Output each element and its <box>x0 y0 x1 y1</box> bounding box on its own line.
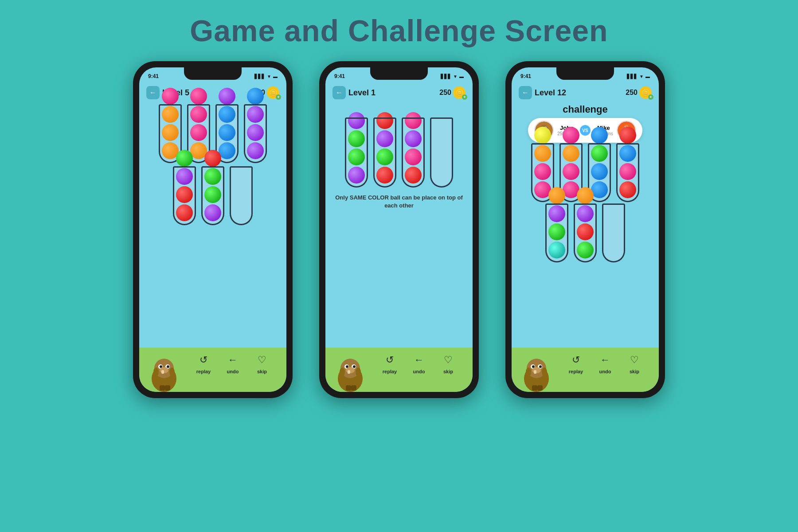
back-button-3[interactable]: ← Level 12 <box>519 86 566 99</box>
notch-3 <box>556 67 614 80</box>
action-skip-3[interactable]: ♡ skip <box>626 352 642 374</box>
ball <box>190 124 207 141</box>
skip-icon-3[interactable]: ♡ <box>626 352 642 368</box>
signal-icon-3: ▋▋▋ <box>627 74 638 79</box>
skip-label-1: skip <box>257 369 267 374</box>
coins-display-2: 250 🪙 + <box>439 86 466 99</box>
tube-2-2[interactable] <box>373 119 396 188</box>
ball <box>619 181 636 198</box>
action-skip-1[interactable]: ♡ skip <box>254 352 270 374</box>
svg-rect-9 <box>165 385 170 391</box>
tube-3-6[interactable] <box>574 205 597 262</box>
phone-1: 9:41 ▋▋▋ ▼ ▬ ← Level 5 250 🪙 + <box>133 61 293 398</box>
svg-point-23 <box>356 368 361 376</box>
battery-icon-1: ▬ <box>273 74 278 79</box>
status-time-1: 9:41 <box>148 73 159 79</box>
challenge-title: challenge <box>563 104 607 115</box>
game-header-2: ← Level 1 250 🪙 + <box>325 83 473 102</box>
svg-rect-8 <box>160 385 165 391</box>
svg-rect-20 <box>346 385 351 391</box>
action-undo-3[interactable]: ← undo <box>597 352 613 374</box>
status-icons-2: ▋▋▋ ▼ ▬ <box>441 74 464 79</box>
ball <box>348 167 365 184</box>
coin-plus-2: + <box>462 94 467 100</box>
back-arrow-icon-1[interactable]: ← <box>146 86 160 99</box>
ball <box>247 124 264 141</box>
ball <box>376 112 393 129</box>
action-undo-2[interactable]: ← undo <box>411 352 427 374</box>
ball <box>376 149 393 165</box>
ball <box>219 106 235 123</box>
svg-point-17 <box>353 365 356 368</box>
back-arrow-icon-2[interactable]: ← <box>332 86 346 99</box>
ball <box>162 124 179 141</box>
tube-2-3[interactable] <box>402 119 425 188</box>
tube-3-4[interactable] <box>616 145 639 202</box>
ball <box>563 163 579 180</box>
back-button-2[interactable]: ← Level 1 <box>332 86 376 99</box>
tube-3-5[interactable] <box>545 205 568 262</box>
coins-value-2: 250 <box>439 89 451 97</box>
ball <box>534 163 551 180</box>
undo-icon-1[interactable]: ← <box>225 352 241 368</box>
replay-icon-2[interactable]: ↺ <box>382 352 398 368</box>
tube-1-4[interactable] <box>244 106 267 163</box>
replay-icon-3[interactable]: ↺ <box>568 352 584 368</box>
svg-rect-7 <box>161 370 164 374</box>
tube-2-1[interactable] <box>345 119 368 188</box>
skip-label-2: skip <box>443 369 453 374</box>
replay-label-3: replay <box>569 369 583 374</box>
status-time-3: 9:41 <box>520 73 531 79</box>
tube-1-6[interactable] <box>201 168 224 225</box>
level-label-3: Level 12 <box>535 88 566 98</box>
level-label-2: Level 1 <box>348 88 376 98</box>
action-replay-2[interactable]: ↺ replay <box>382 352 398 374</box>
action-replay-1[interactable]: ↺ replay <box>196 352 211 374</box>
signal-icon-2: ▋▋▋ <box>441 74 451 79</box>
tube-1-7-empty[interactable] <box>230 168 253 225</box>
challenge-section: challenge <box>512 102 659 143</box>
beaver-icon-3 <box>519 354 554 392</box>
replay-icon-1[interactable]: ↺ <box>196 352 211 368</box>
ball <box>190 88 207 105</box>
game-header-1: ← Level 5 250 🪙 + <box>139 83 286 102</box>
skip-icon-2[interactable]: ♡ <box>440 352 456 368</box>
ball <box>405 130 422 147</box>
ball <box>162 106 179 123</box>
undo-icon-3[interactable]: ← <box>597 352 613 368</box>
ball <box>548 242 565 258</box>
ball <box>348 130 365 147</box>
svg-rect-51 <box>537 385 543 391</box>
ball <box>348 112 365 129</box>
game-area-2: Only SAME COLOR ball can be place on top… <box>325 102 473 348</box>
action-undo-1[interactable]: ← undo <box>225 352 241 374</box>
ball <box>247 88 264 105</box>
svg-rect-21 <box>351 385 356 391</box>
undo-label-2: undo <box>413 369 425 374</box>
ball <box>176 168 193 185</box>
coin-plus-1: + <box>276 94 281 100</box>
notch-1 <box>184 67 242 80</box>
undo-icon-2[interactable]: ← <box>411 352 427 368</box>
ball <box>563 127 579 144</box>
page-title: Game and Challenge Screen <box>190 13 608 48</box>
tube-2-4-empty[interactable] <box>430 119 453 188</box>
back-arrow-icon-3[interactable]: ← <box>519 86 532 99</box>
skip-icon-1[interactable]: ♡ <box>254 352 270 368</box>
ball <box>204 204 221 221</box>
ball <box>376 130 393 147</box>
action-skip-2[interactable]: ♡ skip <box>440 352 456 374</box>
beaver-icon-2 <box>332 354 368 392</box>
tube-3-7-empty[interactable] <box>602 205 625 262</box>
ball <box>577 205 594 222</box>
game-area-3 <box>512 143 659 348</box>
action-replay-3[interactable]: ↺ replay <box>568 352 584 374</box>
svg-point-11 <box>169 368 175 376</box>
svg-rect-19 <box>348 370 350 374</box>
replay-label-1: replay <box>196 369 211 374</box>
tubes-row-2a <box>345 119 453 188</box>
status-icons-1: ▋▋▋ ▼ ▬ <box>254 74 278 79</box>
tube-1-5[interactable] <box>173 168 196 225</box>
ball <box>190 106 207 123</box>
ball <box>176 204 193 221</box>
